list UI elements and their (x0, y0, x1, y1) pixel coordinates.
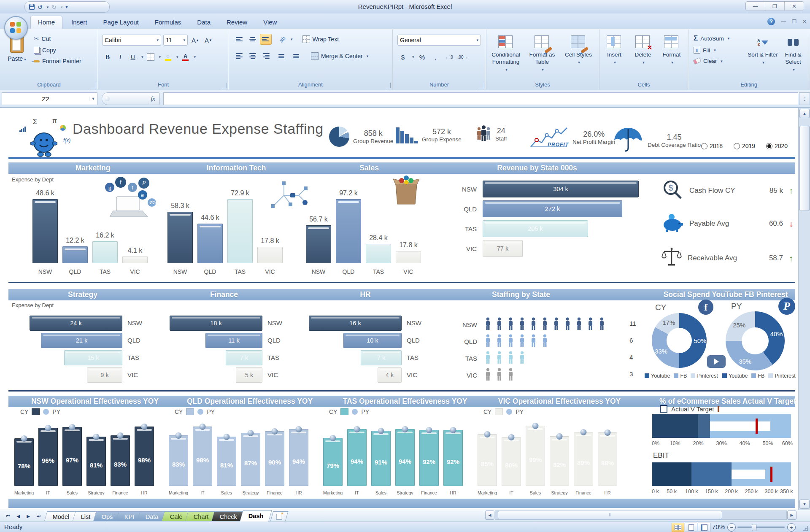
vic-operational-effectiveness-yoy-chart[interactable]: CYPY85%80%99%82%89%88%MarketingITSalesSt… (478, 408, 621, 495)
scroll-right-icon[interactable]: ▶ (787, 510, 796, 520)
decrease-indent-button[interactable] (276, 51, 288, 62)
bullet-chart-sales[interactable] (652, 414, 791, 438)
radio-circle-icon[interactable] (766, 143, 772, 149)
scroll-left-icon[interactable]: ◀ (485, 510, 494, 520)
alignment-dialog-launcher-icon[interactable] (385, 83, 391, 88)
borders-button[interactable] (145, 51, 156, 62)
year-radio-2020[interactable]: 2020 (766, 143, 788, 149)
align-center-button[interactable] (247, 51, 259, 62)
underline-button[interactable]: U (127, 51, 138, 62)
cut-button[interactable]: ✂Cut (31, 34, 84, 44)
align-right-button[interactable] (260, 51, 272, 62)
clipboard-dialog-launcher-icon[interactable] (91, 83, 96, 88)
orientation-button[interactable]: ab (276, 34, 288, 45)
formula-bar-expand-icon[interactable]: ⌄⌄ (799, 92, 810, 105)
prev-sheet-icon[interactable]: ◀ (14, 512, 23, 520)
workbook-minimize-icon[interactable]: — (781, 19, 786, 24)
bottom-align-button[interactable] (260, 34, 272, 45)
zoom-out-icon[interactable]: − (727, 523, 736, 532)
ribbon-tab-insert[interactable]: Insert (64, 16, 94, 29)
help-icon[interactable]: ? (767, 18, 775, 25)
merge-center-button[interactable]: Merge & Center▾ (308, 51, 371, 61)
zoom-level[interactable]: 70% (712, 523, 725, 530)
scroll-down-icon[interactable]: ▼ (799, 500, 810, 509)
workbook-restore-icon[interactable]: ❐ (792, 19, 796, 24)
italic-button[interactable]: I (115, 51, 126, 62)
conditional-formatting-button[interactable]: Conditional Formatting▾ (488, 32, 524, 72)
insert-cells-button[interactable]: Insert▾ (600, 32, 629, 65)
autosum-button[interactable]: ΣAutoSum▾ (692, 33, 731, 44)
ribbon-tab-formulas[interactable]: Formulas (148, 16, 189, 29)
font-color-button[interactable]: A (180, 51, 191, 62)
tas-operational-effectiveness-yoy-chart[interactable]: CYPY79%94%91%94%92%92%MarketingITSalesSt… (323, 408, 467, 495)
next-sheet-icon[interactable]: ▶ (24, 512, 33, 520)
sort-filter-button[interactable]: AZ Sort & Filter▾ (748, 32, 778, 72)
office-button[interactable] (4, 16, 28, 40)
maximize-button[interactable]: ❐ (765, 2, 784, 11)
align-left-button[interactable] (234, 51, 246, 62)
ribbon-tab-review[interactable]: Review (219, 16, 254, 29)
delete-cells-button[interactable]: ✕ Delete▾ (629, 32, 657, 65)
font-dialog-launcher-icon[interactable] (221, 83, 227, 88)
shrink-font-button[interactable]: A▼ (203, 35, 214, 46)
sheet-tab-dash[interactable]: Dash (240, 510, 272, 521)
horizontal-scrollbar[interactable]: ◀ ⦀ ▶ (485, 510, 796, 520)
minimize-button[interactable]: — (746, 2, 765, 11)
accounting-format-button[interactable]: $ (397, 51, 408, 62)
grow-font-button[interactable]: A▲ (190, 35, 201, 46)
radio-circle-icon[interactable] (734, 143, 740, 149)
font-family-select[interactable]: Calibri▾ (102, 35, 161, 46)
page-layout-view-button[interactable] (685, 523, 697, 532)
zoom-slider-thumb[interactable] (752, 524, 756, 531)
bold-button[interactable]: B (102, 51, 113, 62)
radio-circle-icon[interactable] (701, 143, 707, 149)
donut-py[interactable]: 40%35%25% (726, 311, 785, 370)
format-cells-button[interactable]: Format▾ (657, 32, 686, 65)
number-format-select[interactable]: General▾ (397, 35, 481, 46)
find-select-button[interactable]: Find & Select▾ (778, 32, 808, 72)
insert-worksheet-button[interactable] (270, 511, 288, 521)
zoom-slider[interactable] (737, 527, 785, 528)
scroll-up-icon[interactable]: ▲ (799, 109, 810, 118)
vertical-scrollbar[interactable]: ▲ ▼ (798, 108, 810, 510)
horizontal-scroll-thumb[interactable]: ⦀ (498, 511, 722, 519)
insert-function-button[interactable]: fx (102, 92, 160, 105)
page-break-view-button[interactable] (698, 523, 710, 532)
copy-button[interactable]: Copy (31, 46, 84, 55)
vertical-scroll-thumb[interactable] (799, 126, 810, 211)
comma-style-button[interactable]: , (430, 51, 441, 62)
fill-color-button[interactable]: ◌ (162, 51, 173, 62)
normal-view-button[interactable] (672, 523, 684, 532)
donut-cy[interactable]: 50%33%17% (652, 313, 707, 368)
increase-decimal-button[interactable]: ←.0 (444, 51, 455, 62)
formula-input[interactable] (163, 92, 798, 105)
fill-button[interactable]: ⬇Fill▾ (692, 46, 731, 55)
year-radio-2018[interactable]: 2018 (701, 143, 723, 149)
name-box-dropdown-icon[interactable]: ▼ (89, 97, 97, 101)
name-box[interactable]: Z2 ▼ (2, 92, 97, 105)
format-painter-button[interactable]: Format Painter (31, 57, 84, 66)
middle-align-button[interactable] (247, 34, 259, 45)
font-size-select[interactable]: 11▾ (163, 35, 188, 46)
workbook-close-icon[interactable]: ✕ (802, 19, 807, 24)
top-align-button[interactable] (234, 34, 246, 45)
format-as-table-button[interactable]: Format as Table▾ (524, 32, 560, 72)
cell-styles-button[interactable]: Cell Styles▾ (560, 32, 597, 72)
first-sheet-icon[interactable]: ⏮ (3, 512, 13, 520)
last-sheet-icon[interactable]: ⏭ (34, 512, 43, 520)
decrease-decimal-button[interactable]: .00→ (457, 51, 468, 62)
year-radio-2019[interactable]: 2019 (734, 143, 755, 149)
qld-operational-effectiveness-yoy-chart[interactable]: CYPY83%98%81%87%90%94%MarketingITSalesSt… (169, 408, 312, 495)
ribbon-tab-view[interactable]: View (256, 16, 284, 29)
close-button[interactable]: ✕ (784, 2, 804, 11)
number-dialog-launcher-icon[interactable] (479, 83, 484, 88)
zoom-in-icon[interactable]: + (787, 523, 796, 532)
clear-button[interactable]: Clear▾ (692, 57, 731, 65)
ribbon-tab-data[interactable]: Data (190, 16, 218, 29)
nsw-operational-effectiveness-yoy-chart[interactable]: CYPY78%96%97%81%83%98%MarketingITSalesSt… (14, 408, 158, 495)
ribbon-tab-home[interactable]: Home (30, 16, 62, 29)
ribbon-tab-page-layout[interactable]: Page Layout (96, 16, 146, 29)
resize-grip[interactable] (803, 526, 808, 531)
wrap-text-button[interactable]: Wrap Text (300, 34, 342, 44)
bullet-chart-EBIT[interactable] (652, 462, 791, 486)
